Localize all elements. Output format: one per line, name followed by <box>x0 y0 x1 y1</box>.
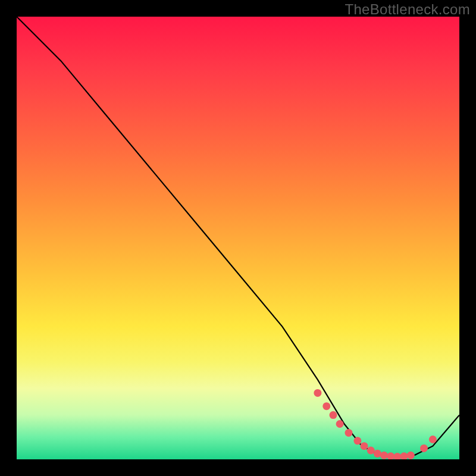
data-marker <box>420 444 428 452</box>
data-marker <box>345 429 353 437</box>
chart-stage: TheBottleneck.com <box>0 0 476 476</box>
data-marker <box>407 452 415 459</box>
data-marker <box>387 452 394 459</box>
data-marker <box>330 411 337 419</box>
data-marker <box>380 452 388 459</box>
data-marker <box>429 436 437 443</box>
marker-group <box>314 389 437 459</box>
data-marker <box>353 437 361 444</box>
data-marker <box>336 420 344 428</box>
data-marker <box>374 450 381 458</box>
data-marker <box>400 452 408 459</box>
watermark-text: TheBottleneck.com <box>345 1 470 18</box>
data-marker <box>361 442 368 450</box>
data-marker <box>322 402 330 410</box>
chart-svg <box>17 17 459 459</box>
data-marker <box>393 453 401 459</box>
data-marker <box>314 389 321 397</box>
data-marker <box>367 447 375 455</box>
bottleneck-curve <box>17 17 459 457</box>
gradient-plot-area <box>17 17 459 459</box>
